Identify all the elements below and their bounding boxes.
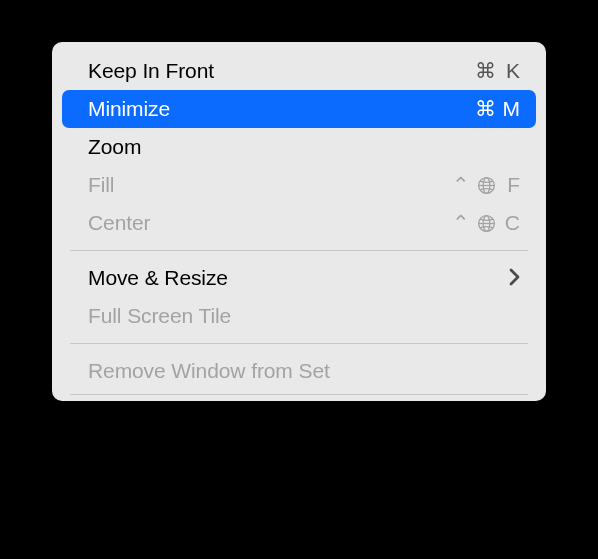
menu-item-label: Keep In Front xyxy=(88,59,214,83)
menu-item-label: Center xyxy=(88,211,150,235)
menu-separator xyxy=(70,394,528,395)
globe-icon xyxy=(476,175,496,195)
control-icon: ⌃ xyxy=(452,211,470,235)
menu-item-label: Move & Resize xyxy=(88,266,228,290)
menu-item-minimize[interactable]: Minimize ⌘ M xyxy=(62,90,536,128)
chevron-right-icon xyxy=(509,266,520,290)
menu-item-keep-in-front[interactable]: Keep In Front ⌘ K xyxy=(52,52,546,90)
window-menu: Keep In Front ⌘ K Minimize ⌘ M Zoom Fill… xyxy=(52,42,546,401)
menu-item-zoom[interactable]: Zoom xyxy=(52,128,546,166)
globe-icon xyxy=(476,213,496,233)
menu-item-shortcut: ⌃ C xyxy=(452,211,520,235)
shortcut-key: K xyxy=(502,59,520,83)
menu-item-move-resize[interactable]: Move & Resize xyxy=(52,259,546,297)
menu-separator xyxy=(70,250,528,251)
menu-item-remove-window-from-set: Remove Window from Set xyxy=(52,352,546,390)
shortcut-key: C xyxy=(502,211,520,235)
menu-item-label: Remove Window from Set xyxy=(88,359,330,383)
menu-item-shortcut: ⌘ K xyxy=(475,59,520,83)
menu-item-shortcut: ⌘ M xyxy=(475,97,520,121)
shortcut-key: F xyxy=(502,173,520,197)
menu-item-label: Full Screen Tile xyxy=(88,304,231,328)
menu-item-label: Minimize xyxy=(88,97,170,121)
command-icon: ⌘ xyxy=(475,59,496,83)
menu-item-label: Zoom xyxy=(88,135,141,159)
command-icon: ⌘ xyxy=(475,97,496,121)
shortcut-key: M xyxy=(502,97,520,121)
menu-item-center: Center ⌃ C xyxy=(52,204,546,242)
control-icon: ⌃ xyxy=(452,173,470,197)
menu-item-fill: Fill ⌃ F xyxy=(52,166,546,204)
menu-item-full-screen-tile: Full Screen Tile xyxy=(52,297,546,335)
menu-item-label: Fill xyxy=(88,173,114,197)
menu-separator xyxy=(70,343,528,344)
menu-item-shortcut: ⌃ F xyxy=(452,173,520,197)
